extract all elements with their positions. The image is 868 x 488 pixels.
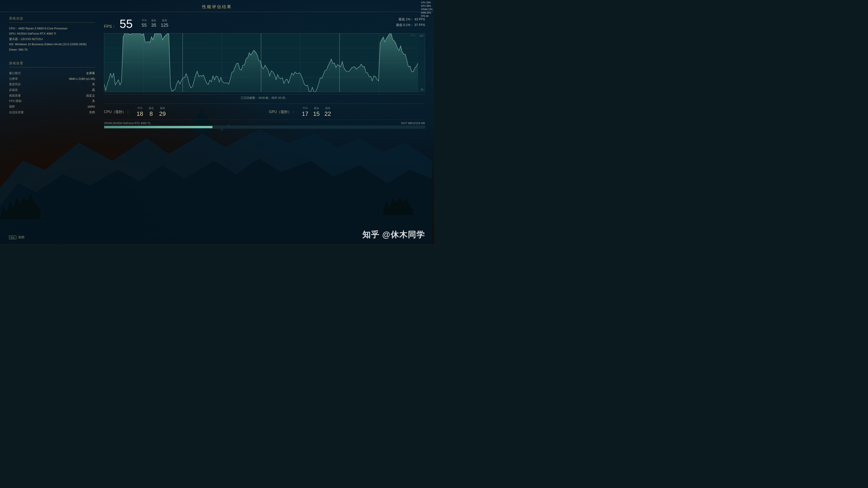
settings-row: 反锯齿 高 — [9, 87, 95, 93]
esc-label: Esc — [9, 236, 16, 239]
gpu-timing-value: 22 — [324, 110, 331, 117]
fps-avg-label: 平均 — [142, 19, 147, 22]
settings-row: 自适应质量 关闭 — [9, 110, 95, 115]
fps-percentile-stats: 最低 1%： 43 FPS 最低 0.1%： 37 FPS — [396, 17, 425, 30]
gpu-val-row: 171522 — [302, 110, 331, 117]
game-settings-title: 游戏设置 — [9, 61, 95, 65]
settings-value: 关 — [92, 98, 95, 104]
hud-stats: CPU 29% GPU 98% VRAM 13% RAM 35% FPS 58 — [421, 1, 433, 18]
gpu-info: GPU: NVIDIA GeForce RTX 4060 Ti — [9, 31, 95, 36]
hud-gpu: GPU 98% — [421, 4, 433, 8]
watermark: 知乎 @休木同学 — [362, 229, 425, 240]
settings-value: 全屏幕 — [86, 70, 95, 76]
gpu-timing-header: 平均 — [302, 106, 309, 110]
cpu-info: CPU：AMD Ryzen 5 5600 6-Core Processor — [9, 26, 95, 31]
settings-value: 关闭 — [89, 110, 95, 115]
settings-label: 自适应质量 — [9, 110, 24, 115]
left-panel: 系统信息 CPU：AMD Ryzen 5 5600 6-Core Process… — [9, 17, 95, 240]
settings-row: 视野 100% — [9, 104, 95, 110]
hud-ram: RAM 35% — [421, 11, 433, 14]
gpu-timing-data: 平均最低最高 171522 — [302, 106, 331, 117]
divider2 — [9, 67, 95, 67]
cpu-timing-data: 平均最低最高 18829 — [136, 106, 166, 117]
settings-row: 分辨率 3840 x 2160 (x1.00) — [9, 76, 95, 82]
fps-max-num: 125 — [161, 23, 168, 28]
graph-y-max: 125 — [419, 34, 423, 37]
settings-label: 视野 — [9, 104, 15, 110]
settings-value: 自定义 — [86, 93, 95, 99]
cpu-val-row: 18829 — [136, 110, 166, 117]
cpu-timing-header: 最低 — [148, 106, 155, 110]
fps-label: FPS： — [104, 24, 116, 29]
settings-value: 高 — [92, 87, 95, 93]
settings-value: 3840 x 2160 (x1.00) — [69, 76, 95, 82]
settings-label: 垂直同步 — [9, 82, 21, 87]
vram-section: VRAM (NVIDIA GeForce RTX 4060 Ti) 5437 M… — [104, 120, 425, 128]
hud-cpu: CPU 29% — [421, 1, 433, 4]
fps-avg-col: 平均 55 — [142, 19, 147, 28]
system-info-section: 系统信息 CPU：AMD Ryzen 5 5600 6-Core Process… — [9, 17, 95, 52]
render-info: 已渲染帧数：4638 帧，耗时 85 秒。 — [104, 94, 425, 101]
fps-max-label: 最高 — [161, 19, 168, 22]
fps-graph: FPS 125 35 — [104, 33, 425, 92]
title-bar: 性能评估结果 — [0, 0, 434, 12]
right-panel: FPS： 55 平均 55 最低 35 最高 125 — [104, 17, 425, 240]
settings-label: 画面质量 — [9, 93, 21, 99]
vram-header: VRAM (NVIDIA GeForce RTX 4060 Ti) 5437 M… — [104, 122, 425, 125]
gpu-timing-value: 17 — [302, 110, 309, 117]
fps-avg-value: 55 — [120, 18, 133, 30]
settings-value: 100% — [88, 104, 95, 110]
divider — [9, 22, 95, 23]
settings-row: 垂直同步 关 — [9, 82, 95, 87]
gpu-label-row: 平均最低最高 — [302, 106, 331, 110]
driver-info: Driver: 560.70 — [9, 47, 95, 52]
settings-label: FPS 限制 — [9, 98, 22, 104]
system-info-title: 系统信息 — [9, 17, 95, 21]
hud-fps: FPS 58 — [421, 14, 433, 18]
settings-label: 分辨率 — [9, 76, 18, 82]
vram-usage: 5437 MB/16109 MB — [401, 122, 425, 125]
settings-table: 窗口模式 全屏幕 分辨率 3840 x 2160 (x1.00) 垂直同步 关 … — [9, 70, 95, 115]
cpu-timing-value: 29 — [159, 110, 166, 117]
fps-min-label: 最低 — [151, 19, 156, 22]
settings-value: 关 — [92, 82, 95, 87]
cpu-label-row: 平均最低最高 — [136, 106, 166, 110]
cpu-timing-value: 18 — [136, 110, 143, 117]
vram-bar-bg — [104, 126, 425, 128]
fps-min-col: 最低 35 — [151, 19, 156, 28]
os-info: OS: Windows 10 Business Edition 64-bit (… — [9, 41, 95, 47]
timing-section: CPU（毫秒）： 平均最低最高 18829 GPU（毫秒）： 平均最低最高 17… — [104, 103, 425, 117]
cpu-timing-label: CPU（毫秒）： — [104, 110, 130, 115]
fps-header: FPS： 55 平均 55 最低 35 最高 125 — [104, 17, 425, 31]
fps-main-stats: FPS： 55 — [104, 18, 133, 30]
gpu-timing-header: 最高 — [324, 106, 331, 110]
gpu-timing-label: GPU（毫秒）： — [269, 110, 295, 115]
main-layout: 系统信息 CPU：AMD Ryzen 5 5600 6-Core Process… — [0, 12, 434, 244]
close-label: 关闭 — [18, 236, 24, 240]
fps-max-col: 最高 125 — [161, 19, 168, 28]
fps-graph-canvas — [104, 33, 418, 92]
cpu-timing-value: 8 — [148, 110, 155, 117]
settings-row: 窗口模式 全屏幕 — [9, 70, 95, 76]
settings-row: 画面质量 自定义 — [9, 93, 95, 99]
gpu-timing-value: 15 — [313, 110, 320, 117]
graph-canvas-wrap — [104, 33, 418, 92]
fps-avg-num: 55 — [142, 23, 147, 28]
gpu-timing: GPU（毫秒）： 平均最低最高 171522 — [269, 106, 425, 117]
cpu-timing: CPU（毫秒）： 平均最低最高 18829 — [104, 106, 260, 117]
cpu-timing-header: 平均 — [136, 106, 143, 110]
vram-bar-fill — [104, 126, 213, 128]
settings-label: 窗口模式 — [9, 70, 21, 76]
gpu-timing-header: 最低 — [313, 106, 320, 110]
fps-min-num: 35 — [151, 23, 156, 28]
page-title: 性能评估结果 — [0, 4, 434, 9]
fps-p1: 最低 1%： 43 FPS — [396, 17, 425, 22]
hud-vram: VRAM 13% — [421, 8, 433, 11]
settings-label: 反锯齿 — [9, 87, 18, 93]
display-info: 显示器：LECOO N2721U — [9, 36, 95, 41]
fps-stats-group: 平均 55 最低 35 最高 125 — [142, 19, 168, 30]
game-settings-section: 游戏设置 窗口模式 全屏幕 分辨率 3840 x 2160 (x1.00) 垂直… — [9, 61, 95, 115]
close-button[interactable]: Esc 关闭 — [9, 236, 24, 240]
settings-row: FPS 限制 关 — [9, 98, 95, 104]
cpu-timing-header: 最高 — [159, 106, 166, 110]
